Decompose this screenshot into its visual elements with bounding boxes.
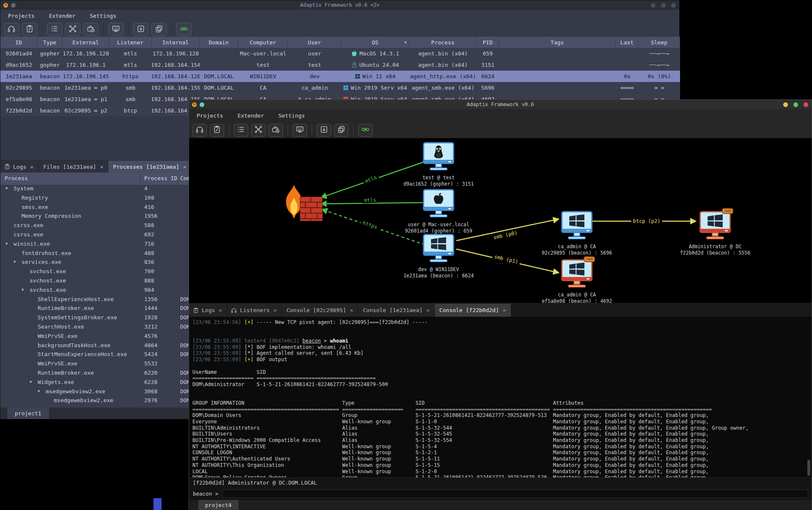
agent-row[interactable]: 92601ad4gopher172.16.196.128mtls172.16.1… bbox=[0, 48, 680, 59]
close-icon[interactable] bbox=[671, 3, 676, 8]
clipboard-edit-button[interactable] bbox=[22, 23, 37, 36]
copy-docs-button[interactable] bbox=[334, 124, 348, 137]
column-header-domain[interactable]: Domain bbox=[200, 37, 238, 48]
column-header-external[interactable]: External bbox=[63, 37, 109, 48]
agent-node[interactable]: dev @ WIN11DEV1e231aea (beacon) : 6624 bbox=[423, 234, 454, 262]
headphones-button[interactable] bbox=[4, 23, 19, 36]
monitor-button[interactable] bbox=[108, 23, 123, 36]
column-header-process[interactable]: Process bbox=[409, 37, 477, 48]
column-header-internal[interactable]: Internal bbox=[152, 37, 200, 48]
column-header-listener[interactable]: Listener bbox=[109, 37, 152, 48]
cell-external: 02c29895 ∞ p2 bbox=[63, 105, 109, 116]
link-button[interactable] bbox=[358, 124, 373, 137]
menu-settings[interactable]: Settings bbox=[90, 13, 116, 19]
column-header-type[interactable]: Type bbox=[37, 37, 63, 48]
column-header-os[interactable]: OS▼ bbox=[341, 37, 409, 48]
list-button[interactable] bbox=[47, 23, 62, 36]
menu-projects[interactable]: Projects bbox=[197, 112, 223, 119]
menu-settings[interactable]: Settings bbox=[278, 112, 305, 119]
column-header-tags[interactable]: Tags bbox=[499, 37, 616, 48]
agent-node[interactable]: user @ Mac-user.local92601ad4 (gopher) :… bbox=[423, 189, 454, 217]
close-icon[interactable]: × bbox=[274, 307, 277, 313]
session-graph[interactable]: test @ testd9ac1652 (gopher) : 3151 user… bbox=[189, 138, 812, 303]
cell-computer: CA bbox=[238, 82, 288, 93]
close-icon[interactable]: × bbox=[503, 307, 506, 313]
agent-row[interactable]: 1e231aeabeacon172.16.196.145https192.168… bbox=[0, 71, 680, 82]
back-window-controls[interactable] bbox=[651, 3, 676, 8]
briefcase-clock-button[interactable] bbox=[83, 23, 99, 36]
tab-console-02c29895-[interactable]: Console [02c29895]× bbox=[282, 304, 358, 317]
process-id: 700 bbox=[144, 268, 154, 274]
console-output[interactable]: [23/06 23:54:56] [+] ----- New TCP pivot… bbox=[189, 317, 812, 477]
agent-node[interactable]: ca_admin @ CA02c29895 (beacon) : 5696 bbox=[561, 211, 593, 239]
tab-console-1e231aea-[interactable]: Console [1e231aea]× bbox=[358, 304, 435, 317]
close-icon[interactable]: × bbox=[350, 307, 353, 313]
front-toolbar bbox=[189, 122, 812, 138]
process-id: 5532 bbox=[144, 360, 157, 367]
tab-console-f22b0d2d-[interactable]: Console [f22b0d2d]× bbox=[435, 304, 511, 317]
expand-arrow-icon[interactable]: ▼ bbox=[38, 389, 40, 393]
headphones-button[interactable] bbox=[192, 124, 207, 137]
maximize-icon[interactable] bbox=[793, 102, 798, 107]
project-tab[interactable]: project1 bbox=[7, 408, 49, 419]
maximize-icon[interactable] bbox=[661, 3, 666, 8]
tab-logs[interactable]: Logs× bbox=[189, 304, 227, 317]
front-window-controls[interactable] bbox=[783, 102, 808, 107]
column-header-pid[interactable]: PID bbox=[477, 37, 499, 48]
front-titlebar[interactable]: W Adaptix Framework v0.6 bbox=[189, 100, 812, 109]
agent-row[interactable]: 02c29895beacon1e231aea ∞ p0smb192.168.16… bbox=[0, 82, 680, 93]
column-header-process-id[interactable]: Process ID bbox=[144, 175, 177, 181]
tab-logs[interactable]: Logs× bbox=[0, 161, 38, 173]
column-header-sleep[interactable]: Sleep bbox=[639, 37, 680, 48]
box-download-button[interactable] bbox=[317, 124, 331, 137]
sort-arrow-icon[interactable]: ▼ bbox=[404, 41, 406, 44]
scrollbar[interactable] bbox=[807, 460, 810, 476]
minimize-icon[interactable] bbox=[651, 3, 656, 8]
close-icon[interactable]: × bbox=[219, 307, 222, 313]
close-icon[interactable]: × bbox=[100, 164, 103, 170]
expand-arrow-icon[interactable]: ▼ bbox=[22, 288, 24, 292]
column-header-process[interactable]: Process bbox=[5, 175, 28, 181]
agent-node[interactable]: root Administrator @ DCf22b0d2d (beacon)… bbox=[700, 211, 731, 239]
menu-projects[interactable]: Projects bbox=[8, 13, 35, 19]
expand-arrow-icon[interactable]: ▼ bbox=[5, 186, 8, 190]
column-header-id[interactable]: ID bbox=[0, 37, 37, 48]
box-download-button[interactable] bbox=[133, 23, 148, 36]
apple-icon bbox=[351, 50, 357, 57]
tab-listeners[interactable]: Listeners× bbox=[227, 304, 282, 317]
tab-processes-1e231aea-[interactable]: Processes [1e231aea]× bbox=[108, 161, 191, 173]
graph-nodes-button[interactable] bbox=[251, 124, 266, 137]
minimize-icon[interactable] bbox=[783, 102, 788, 107]
clipboard-edit-button[interactable] bbox=[210, 124, 224, 137]
project-tab[interactable]: project4 bbox=[198, 500, 239, 510]
column-header-computer[interactable]: Computer bbox=[238, 37, 288, 48]
agent-node[interactable]: root ca_admin @ CAef5a8e08 (beacon) : 46… bbox=[561, 259, 593, 288]
menu-extender[interactable]: Extender bbox=[49, 13, 76, 19]
menu-extender[interactable]: Extender bbox=[238, 112, 264, 119]
close-icon[interactable]: × bbox=[183, 164, 187, 170]
close-icon[interactable]: × bbox=[426, 307, 430, 313]
console-line: DOM\Administrator S-1-5-21-2610861421-82… bbox=[192, 381, 812, 388]
monitor-button[interactable] bbox=[293, 124, 307, 137]
graph-nodes-button[interactable] bbox=[65, 23, 80, 36]
column-header-last[interactable]: Last bbox=[616, 37, 639, 48]
command-input[interactable] bbox=[222, 489, 808, 498]
tux-logo-icon bbox=[433, 145, 444, 159]
copy-docs-button[interactable] bbox=[151, 23, 167, 36]
column-header-user[interactable]: User bbox=[288, 37, 341, 48]
cell-last bbox=[616, 48, 639, 59]
link-button[interactable] bbox=[176, 23, 192, 36]
expand-arrow-icon[interactable]: ▼ bbox=[5, 241, 8, 246]
close-icon[interactable]: × bbox=[30, 164, 33, 170]
tab-files-1e231aea-[interactable]: Files [1e231aea]× bbox=[38, 161, 108, 173]
briefcase-clock-button[interactable] bbox=[269, 124, 283, 137]
back-titlebar[interactable]: W Adaptix Framework v0.6 <2> bbox=[0, 0, 679, 10]
agent-row[interactable]: d9ac1652gopher172.16.196.1mtls192.168.16… bbox=[0, 59, 680, 71]
firewall-node[interactable] bbox=[283, 184, 323, 222]
close-icon[interactable] bbox=[804, 102, 808, 107]
agent-node[interactable]: test @ testd9ac1652 (gopher) : 3151 bbox=[423, 142, 454, 170]
expand-arrow-icon[interactable]: ▼ bbox=[30, 380, 32, 384]
expand-arrow-icon[interactable]: ▼ bbox=[14, 260, 16, 264]
list-button[interactable] bbox=[234, 124, 248, 137]
splitter-handle[interactable]: ······ bbox=[496, 261, 515, 266]
